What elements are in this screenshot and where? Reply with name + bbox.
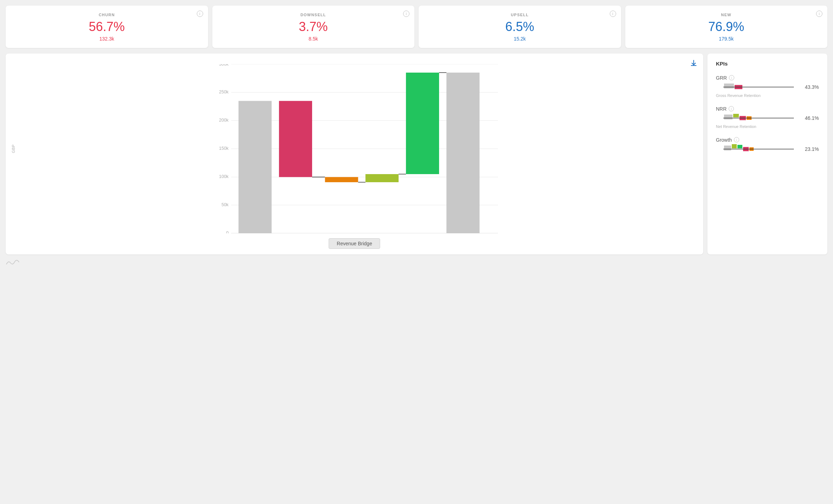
new-title: NEW: [634, 13, 819, 17]
bar-downsell: [325, 177, 358, 182]
growth-value: 23.1%: [804, 146, 819, 152]
growth-header: Growth i: [716, 137, 819, 143]
churn-info-icon[interactable]: i: [197, 11, 203, 17]
main-area: GBP 300k 250k 200k 150k 100k 50k: [6, 54, 827, 254]
growth-content: 23.1%: [716, 144, 819, 154]
upsell-sub: 15.2k: [427, 36, 613, 42]
kpis-panel-title: KPIs: [716, 61, 819, 67]
nrr-header: NRR i: [716, 106, 819, 112]
svg-rect-33: [724, 146, 731, 150]
svg-text:200k: 200k: [219, 117, 229, 122]
svg-text:50k: 50k: [221, 202, 229, 207]
new-value: 76.9%: [634, 20, 819, 34]
svg-text:0: 0: [226, 231, 229, 233]
grr-mini-chart: [716, 82, 801, 92]
churn-sub: 132.3k: [14, 36, 200, 42]
y-axis-label: GBP: [11, 144, 16, 153]
svg-rect-28: [724, 115, 732, 119]
upsell-value: 6.5%: [427, 20, 613, 34]
kpi-row-nrr: NRR i: [716, 106, 819, 129]
kpi-card-churn: i CHURN 56.7% 132.3k: [6, 6, 208, 48]
svg-rect-35: [737, 145, 742, 148]
grr-content: 43.3%: [716, 82, 819, 92]
kpi-card-downsell: i DOWNSELL 3.7% 8.5k: [212, 6, 415, 48]
bar-dec23: [238, 101, 272, 233]
churn-title: CHURN: [14, 13, 200, 17]
svg-text:100k: 100k: [219, 174, 229, 179]
svg-text:250k: 250k: [219, 90, 229, 94]
new-sub: 179.5k: [634, 36, 819, 42]
kpi-cards-container: i CHURN 56.7% 132.3k i DOWNSELL 3.7% 8.5…: [6, 6, 827, 48]
kpis-panel: KPIs GRR i 43.3%: [707, 54, 827, 254]
svg-rect-25: [724, 84, 734, 88]
new-info-icon[interactable]: i: [816, 11, 822, 17]
revenue-bridge-chart: GBP 300k 250k 200k 150k 100k 50k: [13, 64, 696, 233]
upsell-title: UPSELL: [427, 13, 613, 17]
bottom-logo: [6, 259, 827, 266]
revenue-bridge-button[interactable]: Revenue Bridge: [329, 238, 380, 249]
upsell-info-icon[interactable]: i: [610, 11, 616, 17]
kpi-card-new: i NEW 76.9% 179.5k: [625, 6, 828, 48]
svg-text:300k: 300k: [219, 64, 229, 67]
nrr-name: NRR: [716, 106, 726, 112]
chart-card: GBP 300k 250k 200k 150k 100k 50k: [6, 54, 703, 254]
churn-value: 56.7%: [14, 20, 200, 34]
svg-rect-34: [732, 144, 737, 148]
nrr-value: 46.1%: [804, 115, 819, 121]
bar-churn: [279, 101, 312, 177]
svg-rect-29: [733, 114, 739, 117]
grr-info-icon[interactable]: i: [729, 75, 734, 80]
downsell-sub: 8.5k: [221, 36, 406, 42]
growth-mini-chart: [716, 144, 801, 154]
bar-dec24: [446, 73, 480, 233]
bar-new: [406, 73, 439, 174]
kpi-row-growth: Growth i: [716, 137, 819, 154]
nrr-info-icon[interactable]: i: [729, 106, 734, 111]
chart-svg: 300k 250k 200k 150k 100k 50k 0: [13, 64, 696, 233]
downsell-value: 3.7%: [221, 20, 406, 34]
kpi-card-upsell: i UPSELL 6.5% 15.2k: [419, 6, 621, 48]
growth-name: Growth: [716, 137, 732, 143]
growth-info-icon[interactable]: i: [734, 137, 739, 142]
downsell-title: DOWNSELL: [221, 13, 406, 17]
grr-name: GRR: [716, 75, 727, 81]
grr-subtitle: Gross Revenue Retention: [716, 93, 819, 98]
brand-logo-icon: [6, 259, 20, 266]
nrr-mini-chart: [716, 113, 801, 123]
downsell-info-icon[interactable]: i: [403, 11, 409, 17]
nrr-subtitle: Net Revenue Retention: [716, 124, 819, 129]
bar-upsell: [365, 174, 399, 182]
kpi-row-grr: GRR i 43.3% Gross Revenue Retention: [716, 75, 819, 98]
grr-header: GRR i: [716, 75, 819, 81]
grr-value: 43.3%: [804, 84, 819, 90]
nrr-content: 46.1%: [716, 113, 819, 123]
svg-text:150k: 150k: [219, 146, 229, 151]
